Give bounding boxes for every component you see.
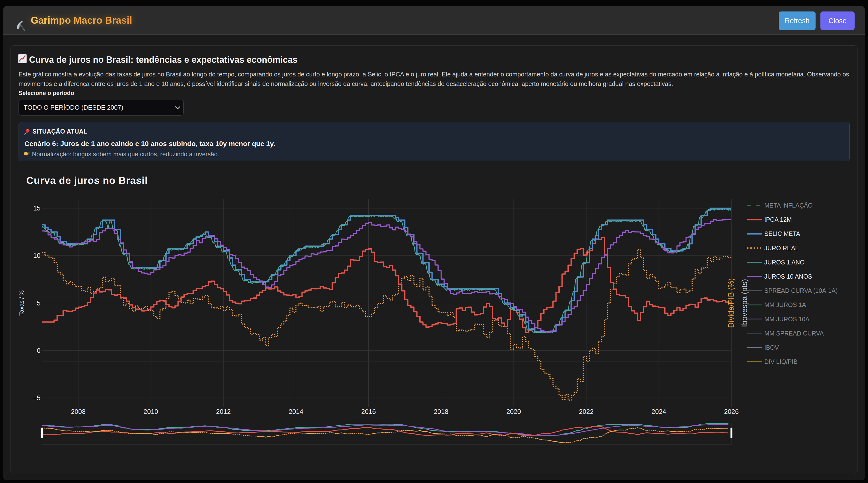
svg-text:Dívida/PIB (%): Dívida/PIB (%): [727, 278, 735, 328]
svg-text:2016: 2016: [361, 408, 376, 415]
svg-text:2026: 2026: [724, 408, 739, 415]
svg-text:META INFLAÇÃO: META INFLAÇÃO: [764, 202, 813, 209]
svg-text:2014: 2014: [288, 408, 303, 415]
svg-text:JUROS 1 ANO: JUROS 1 ANO: [764, 259, 805, 266]
svg-text:2024: 2024: [651, 408, 666, 415]
svg-text:SELIC META: SELIC META: [764, 230, 800, 237]
svg-text:JURO REAL: JURO REAL: [764, 245, 799, 252]
svg-text:10: 10: [33, 252, 40, 259]
svg-text:0: 0: [37, 347, 40, 354]
svg-text:2008: 2008: [71, 408, 86, 415]
svg-text:Ibovespa (pts): Ibovespa (pts): [740, 279, 749, 327]
svg-text:SPREAD CURVA (10A-1A): SPREAD CURVA (10A-1A): [764, 287, 838, 294]
svg-text:DIV LIQ/PIB: DIV LIQ/PIB: [764, 358, 798, 365]
svg-text:2022: 2022: [579, 408, 593, 415]
svg-text:Curva de juros no Brasil: Curva de juros no Brasil: [26, 175, 148, 186]
svg-text:5: 5: [37, 300, 40, 307]
svg-text:Taxas / %: Taxas / %: [18, 290, 25, 316]
svg-text:IBOV: IBOV: [764, 344, 779, 351]
svg-text:JUROS 10 ANOS: JUROS 10 ANOS: [764, 273, 812, 280]
svg-text:−5: −5: [33, 394, 40, 402]
svg-text:15: 15: [33, 205, 40, 212]
svg-text:2020: 2020: [506, 408, 521, 415]
svg-text:MM JUROS 10A: MM JUROS 10A: [764, 316, 809, 322]
svg-text:MM JUROS 1A: MM JUROS 1A: [764, 301, 806, 308]
svg-text:2010: 2010: [144, 408, 158, 415]
svg-text:2018: 2018: [434, 408, 448, 415]
svg-text:2012: 2012: [216, 408, 231, 415]
svg-text:IPCA 12M: IPCA 12M: [764, 216, 792, 223]
svg-text:MM SPREAD CURVA: MM SPREAD CURVA: [764, 330, 824, 337]
